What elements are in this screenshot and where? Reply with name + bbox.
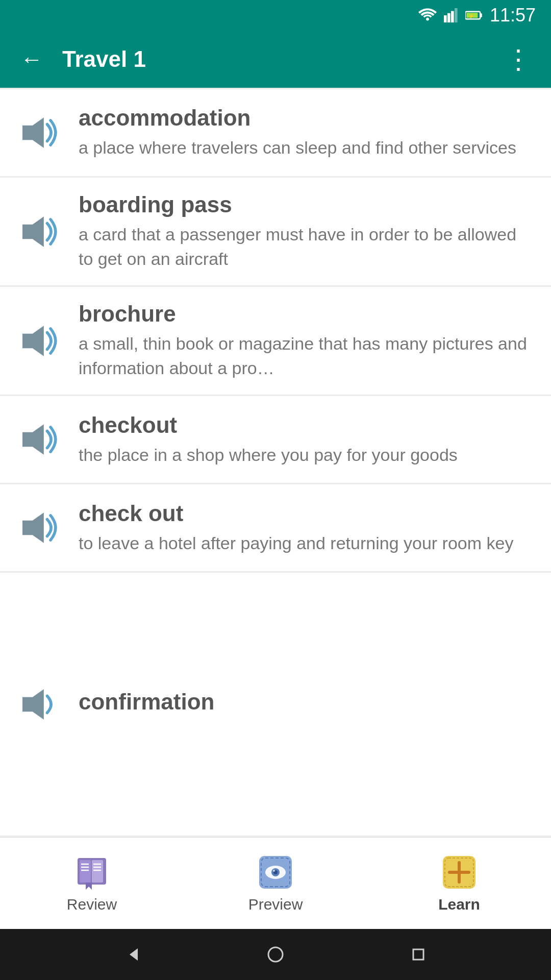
battery-icon: ⚡ [465, 8, 483, 22]
vocab-text-accommodation: accommodation a place where travelers ca… [79, 105, 535, 160]
vocab-card-checkout[interactable]: checkout the place in a shop where you p… [0, 396, 551, 483]
svg-marker-9 [22, 216, 44, 247]
signal-icon [444, 8, 458, 22]
svg-rect-33 [448, 871, 470, 874]
nav-label-preview: Preview [248, 896, 303, 913]
svg-rect-3 [455, 8, 458, 22]
vocab-card-boarding-pass[interactable]: boarding pass a card that a passenger mu… [0, 178, 551, 285]
sound-button-checkout[interactable] [16, 419, 62, 460]
vocab-card-confirmation[interactable]: confirmation [0, 573, 551, 836]
svg-marker-13 [22, 689, 44, 719]
vocab-card-check-out[interactable]: check out to leave a hotel after paying … [0, 484, 551, 571]
vocab-word: checkout [79, 412, 535, 438]
vocab-word: confirmation [79, 689, 535, 715]
svg-rect-0 [444, 15, 447, 22]
svg-point-35 [268, 947, 283, 962]
svg-marker-12 [22, 513, 44, 543]
status-bar: ⚡ 11:57 [0, 0, 551, 31]
status-icons: ⚡ 11:57 [418, 5, 536, 26]
svg-marker-11 [22, 425, 44, 455]
vocab-word: check out [79, 501, 535, 526]
vocab-text-checkout: checkout the place in a shop where you p… [79, 412, 535, 468]
vocab-card-brochure[interactable]: brochure a small, thin book or magazine … [0, 287, 551, 395]
review-icon [73, 854, 110, 891]
vocab-text-confirmation: confirmation [79, 689, 535, 720]
vocab-definition: to leave a hotel after paying and return… [79, 531, 535, 556]
vocab-word: brochure [79, 301, 535, 327]
vocab-card-accommodation[interactable]: accommodation a place where travelers ca… [0, 89, 551, 176]
svg-rect-16 [92, 860, 103, 883]
vocab-word: accommodation [79, 105, 535, 131]
more-options-button[interactable]: ⋮ [500, 47, 536, 71]
android-nav-bar [0, 929, 551, 980]
nav-label-learn: Learn [438, 896, 480, 913]
android-recents-button[interactable] [403, 939, 434, 970]
vocab-definition: a card that a passenger must have in ord… [79, 223, 535, 271]
svg-point-29 [273, 870, 275, 872]
svg-marker-8 [22, 117, 44, 148]
sound-button-brochure[interactable] [16, 321, 62, 361]
app-bar-title: Travel 1 [62, 46, 486, 72]
svg-rect-36 [413, 949, 423, 960]
svg-rect-1 [447, 13, 450, 22]
vocab-text-boarding-pass: boarding pass a card that a passenger mu… [79, 192, 535, 271]
vocab-text-check-out: check out to leave a hotel after paying … [79, 501, 535, 556]
speaker-icon [17, 113, 62, 153]
vocab-definition: a small, thin book or magazine that has … [79, 332, 535, 380]
svg-rect-2 [451, 11, 454, 22]
bottom-nav: Review Preview [0, 837, 551, 929]
sound-button-check-out[interactable] [16, 507, 62, 548]
svg-marker-23 [86, 883, 92, 890]
vocab-text-brochure: brochure a small, thin book or magazine … [79, 301, 535, 380]
speaker-icon [17, 321, 62, 361]
svg-rect-15 [80, 860, 91, 883]
svg-rect-5 [480, 13, 482, 17]
svg-marker-34 [130, 948, 138, 961]
svg-text:⚡: ⚡ [468, 13, 475, 19]
vocab-list: accommodation a place where travelers ca… [0, 88, 551, 837]
speaker-icon [17, 420, 62, 459]
vocab-definition: the place in a shop where you pay for yo… [79, 443, 535, 468]
status-time: 11:57 [490, 5, 536, 26]
nav-item-preview[interactable]: Preview [184, 838, 367, 929]
speaker-icon [17, 508, 62, 548]
nav-item-learn[interactable]: Learn [367, 838, 551, 929]
app-bar: ← Travel 1 ⋮ [0, 31, 551, 88]
preview-icon [257, 854, 294, 891]
android-back-button[interactable] [117, 939, 148, 970]
android-home-button[interactable] [260, 939, 291, 970]
speaker-icon [17, 684, 62, 724]
learn-icon [441, 854, 478, 891]
svg-marker-10 [22, 326, 44, 356]
speaker-icon [17, 212, 62, 252]
sound-button-accommodation[interactable] [16, 112, 62, 153]
back-button[interactable]: ← [15, 41, 48, 77]
vocab-word: boarding pass [79, 192, 535, 217]
sound-button-confirmation[interactable] [16, 684, 62, 725]
nav-item-review[interactable]: Review [0, 838, 184, 929]
nav-label-review: Review [67, 896, 117, 913]
sound-button-boarding-pass[interactable] [16, 211, 62, 252]
wifi-icon [418, 8, 437, 22]
vocab-definition: a place where travelers can sleep and fi… [79, 136, 535, 160]
